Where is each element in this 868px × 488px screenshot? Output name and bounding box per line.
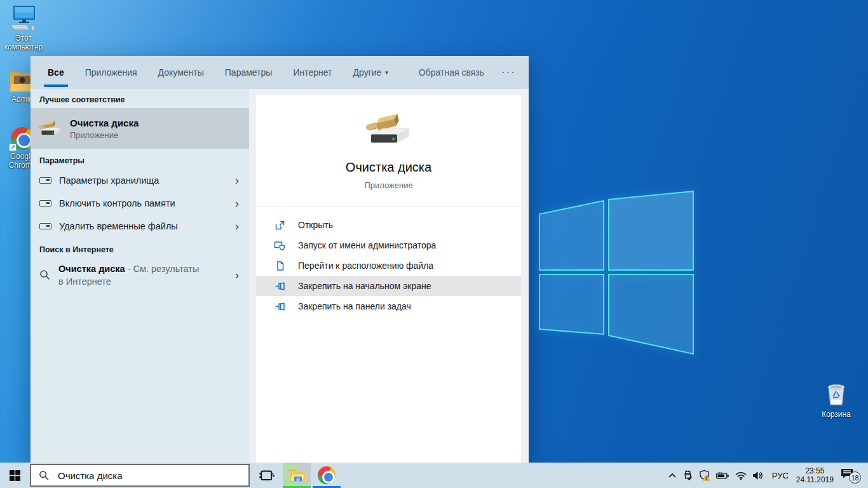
- tab-web[interactable]: Интернет: [293, 56, 332, 89]
- pin-start-icon: [274, 280, 285, 292]
- chevron-right-icon[interactable]: ›: [235, 220, 239, 232]
- tab-more[interactable]: Другие ▾: [353, 56, 388, 89]
- file-location-icon: [274, 260, 285, 271]
- open-icon: [274, 219, 285, 231]
- security-shield-warning-icon[interactable]: [699, 470, 710, 481]
- taskbar: РУС 23:55 24.11.2019 18: [0, 463, 868, 488]
- search-tab-bar: Все Приложения Документы Параметры Интер…: [31, 56, 529, 89]
- tab-label: Интернет: [293, 67, 332, 78]
- usb-device-icon[interactable]: [682, 470, 693, 481]
- windows-start-icon: [10, 470, 20, 481]
- web-search-text: Очистка диска - См. результаты в Интерне…: [58, 262, 206, 288]
- web-search-header: Поиск в Интернете: [31, 238, 249, 258]
- result-label: Удалить временные файлы: [59, 221, 178, 231]
- action-label: Перейти к расположению файла: [298, 261, 433, 271]
- web-search-result[interactable]: Очистка диска - См. результаты в Интерне…: [31, 258, 249, 292]
- preview-header: Очистка диска Приложение: [256, 95, 521, 207]
- action-center-button[interactable]: 18: [839, 465, 863, 485]
- start-button[interactable]: [0, 463, 30, 488]
- best-match-header: Лучшее соответствие: [31, 89, 249, 108]
- action-open-file-location[interactable]: Перейти к расположению файла: [256, 255, 521, 276]
- chevron-right-icon[interactable]: ›: [235, 269, 239, 281]
- tab-label: Все: [48, 67, 64, 78]
- best-match-subtitle: Приложение: [70, 130, 139, 140]
- tab-label: Приложения: [85, 67, 137, 78]
- volume-icon[interactable]: [752, 471, 764, 480]
- desktop-icon-label: Этот компьютер: [1, 34, 46, 51]
- tab-label: Другие: [353, 67, 382, 78]
- tab-settings[interactable]: Параметры: [225, 56, 273, 89]
- preview-card: Очистка диска Приложение Открыть: [256, 95, 521, 463]
- memory-icon: [39, 177, 51, 184]
- clock-time: 23:55: [796, 466, 834, 475]
- tab-label: Документы: [158, 67, 204, 78]
- preview-column: Очистка диска Приложение Открыть: [249, 89, 529, 463]
- chevron-right-icon[interactable]: ›: [235, 174, 239, 186]
- best-match-texts: Очистка диска Приложение: [70, 118, 139, 140]
- settings-header: Параметры: [31, 149, 249, 169]
- search-results-body: Лучшее соответствие: [31, 89, 529, 463]
- action-pin-to-taskbar[interactable]: Закрепить на панели задач: [256, 296, 521, 316]
- result-label: Параметры хранилища: [59, 175, 159, 186]
- tab-apps[interactable]: Приложения: [85, 56, 137, 89]
- chrome-icon: [318, 466, 336, 484]
- settings-result-storage-sense[interactable]: Включить контроль памяти ›: [31, 192, 249, 215]
- best-match-title: Очистка диска: [70, 118, 139, 128]
- this-pc-icon: [10, 5, 37, 32]
- taskbar-chrome-button[interactable]: [313, 463, 341, 488]
- memory-icon: [39, 200, 51, 207]
- desktop: Этот компьютер Admin ↗ Google Chrome: [0, 0, 868, 488]
- settings-result-storage[interactable]: Параметры хранилища ›: [31, 169, 249, 192]
- preview-app-title: Очистка диска: [346, 160, 431, 175]
- best-match-result[interactable]: Очистка диска Приложение: [31, 108, 249, 149]
- desktop-icon-label: Admin: [11, 95, 33, 104]
- more-options-icon[interactable]: ···: [501, 66, 516, 79]
- chevron-right-icon[interactable]: ›: [235, 197, 239, 209]
- taskbar-clock[interactable]: 23:55 24.11.2019: [796, 466, 834, 484]
- action-pin-to-start[interactable]: Закрепить на начальном экране: [256, 276, 521, 296]
- task-view-button[interactable]: [253, 463, 281, 488]
- result-label: Включить контроль памяти: [59, 198, 175, 208]
- taskbar-search-box[interactable]: [30, 464, 250, 487]
- action-label: Закрепить на начальном экране: [298, 281, 431, 291]
- windows-logo-wallpaper: [539, 191, 694, 355]
- action-label: Запуск от имени администратора: [298, 240, 436, 250]
- action-label: Открыть: [298, 220, 333, 230]
- tab-documents[interactable]: Документы: [158, 56, 204, 89]
- search-icon: [39, 269, 51, 281]
- settings-result-temp-files[interactable]: Удалить временные файлы ›: [31, 215, 249, 238]
- chevron-down-icon: ▾: [385, 69, 388, 76]
- taskbar-file-explorer-button[interactable]: [283, 463, 311, 488]
- active-tab-underline: [44, 85, 68, 87]
- language-indicator[interactable]: РУС: [772, 471, 789, 480]
- disk-cleanup-icon-large: [365, 112, 413, 147]
- notification-count-badge: 18: [849, 471, 861, 484]
- action-run-as-admin[interactable]: Запуск от имени администратора: [256, 235, 521, 255]
- shortcut-arrow-icon: ↗: [9, 144, 17, 151]
- memory-icon: [39, 223, 51, 229]
- tab-all[interactable]: Все: [48, 56, 64, 89]
- desktop-icon-recycle-bin[interactable]: Корзина: [814, 381, 858, 419]
- feedback-button[interactable]: Обратная связь: [419, 67, 484, 78]
- preview-actions: Открыть Запуск от имени администратора: [256, 207, 521, 316]
- battery-charging-icon[interactable]: [716, 471, 729, 480]
- clock-date: 24.11.2019: [796, 475, 834, 484]
- web-search-query: Очистка диска: [58, 264, 125, 274]
- desktop-icon-label: Корзина: [822, 410, 851, 419]
- preview-app-subtitle: Приложение: [364, 180, 412, 190]
- action-open[interactable]: Открыть: [256, 215, 521, 235]
- wifi-icon[interactable]: [735, 471, 747, 480]
- file-explorer-icon: [288, 468, 306, 482]
- task-view-icon: [259, 470, 275, 482]
- tray-chevron-up-icon[interactable]: [668, 473, 677, 478]
- search-icon: [39, 470, 50, 481]
- search-results-column: Лучшее соответствие: [31, 89, 249, 463]
- disk-cleanup-icon: [39, 119, 62, 137]
- tab-label: Параметры: [225, 67, 273, 78]
- recycle-bin-icon: [823, 381, 850, 408]
- pin-taskbar-icon: [274, 301, 285, 312]
- search-flyout: Все Приложения Документы Параметры Интер…: [31, 56, 529, 463]
- action-label: Закрепить на панели задач: [298, 301, 411, 311]
- desktop-icon-this-pc[interactable]: Этот компьютер: [1, 5, 46, 51]
- search-input[interactable]: [57, 470, 234, 482]
